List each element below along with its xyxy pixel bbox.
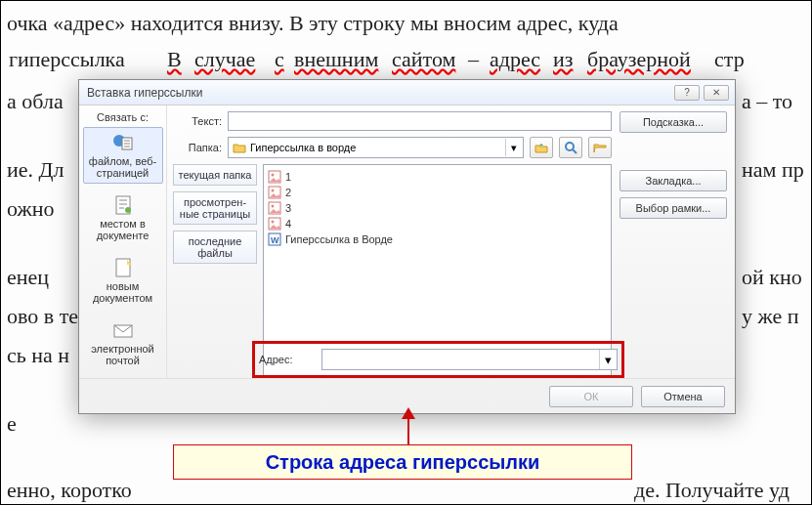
address-label: Адрес:	[259, 354, 314, 365]
target-frame-button[interactable]: Выбор рамки...	[620, 197, 727, 219]
bg-line: ожно	[7, 196, 54, 222]
list-item[interactable]: 2	[268, 185, 607, 200]
bg-line: внешним	[294, 47, 378, 72]
screentip-button[interactable]: Подсказка...	[620, 111, 727, 133]
svg-text:W: W	[271, 235, 279, 245]
link-with-label: Связать с:	[97, 111, 149, 123]
new-doc-icon	[111, 257, 135, 278]
bg-line: сайтом	[392, 47, 455, 72]
chevron-down-icon: ▾	[599, 350, 617, 369]
list-item[interactable]: 4	[268, 216, 607, 231]
bg-line: у же п	[742, 304, 798, 329]
link-to-new-doc[interactable]: новым документом	[83, 252, 163, 309]
address-input[interactable]	[322, 350, 599, 369]
bg-line: е	[7, 411, 17, 437]
svg-point-3	[125, 207, 131, 213]
bg-line: гиперссылка	[9, 47, 125, 72]
folder-dropdown[interactable]: Гиперссылка в ворде ▾	[228, 137, 524, 158]
bg-line: енец	[7, 265, 49, 290]
bg-line: браузерной	[587, 47, 691, 72]
dialog-title: Вставка гиперссылки	[87, 86, 202, 100]
svg-point-14	[272, 221, 275, 224]
bg-line: ие. Дл	[7, 157, 64, 183]
folder-up-icon	[534, 141, 548, 154]
bg-line: ово в те	[7, 304, 78, 329]
item-label: 4	[285, 218, 291, 230]
svg-point-6	[566, 143, 574, 150]
globe-page-icon	[111, 132, 135, 153]
link-to-email[interactable]: электронной почтой	[83, 315, 163, 371]
bookmark-button[interactable]: Закладка...	[620, 170, 727, 191]
tab-recent-files[interactable]: последние файлы	[173, 231, 257, 264]
item-label: Гиперссылка в Ворде	[285, 233, 393, 245]
bg-line: стр	[714, 47, 745, 72]
bg-line: енно, коротко	[7, 478, 132, 503]
item-label: 1	[285, 171, 291, 183]
bg-line: очка «адрес» находится внизу. В эту стро…	[7, 11, 619, 36]
link-to-email-label: электронной почтой	[84, 343, 162, 366]
help-button[interactable]: ?	[674, 85, 700, 101]
list-item[interactable]: 3	[268, 200, 607, 216]
bg-line: а – то	[742, 89, 792, 114]
browse-file-button[interactable]	[588, 137, 612, 158]
list-item[interactable]: 1	[268, 169, 607, 185]
link-to-file-web[interactable]: файлом, веб-страницей	[83, 127, 163, 184]
display-text-input[interactable]	[228, 111, 612, 131]
email-icon	[111, 319, 135, 341]
svg-point-8	[272, 174, 275, 177]
text-label: Текст:	[173, 115, 222, 127]
search-icon	[564, 141, 577, 154]
address-combobox[interactable]: ▾	[321, 349, 618, 370]
folder-value: Гиперссылка в ворде	[250, 142, 356, 153]
image-file-icon	[268, 170, 281, 184]
callout-label: Строка адреса гиперссылки	[173, 444, 632, 480]
ok-button[interactable]: ОК	[549, 386, 633, 407]
chevron-down-icon: ▾	[505, 139, 521, 156]
link-to-place-label: местом в документе	[84, 218, 162, 241]
tab-viewed-pages[interactable]: просмотрен-ные страницы	[173, 191, 257, 225]
folder-icon	[233, 141, 246, 154]
bg-line: ой кно	[742, 265, 802, 290]
bg-line: а обла	[7, 89, 64, 114]
word-file-icon: W	[268, 232, 281, 246]
arrow-stem	[407, 409, 409, 448]
cancel-button[interactable]: Отмена	[641, 386, 725, 407]
insert-hyperlink-dialog: Вставка гиперссылки ? ✕ Связать с: файло…	[78, 79, 736, 414]
bg-line: случае	[194, 47, 255, 72]
image-file-icon	[268, 217, 281, 231]
bookmark-doc-icon	[111, 194, 135, 216]
file-list[interactable]: 1 2 3 4 W Гип	[263, 164, 612, 378]
close-button[interactable]: ✕	[704, 85, 729, 101]
svg-point-12	[272, 205, 275, 208]
link-to-place-in-doc[interactable]: местом в документе	[83, 189, 163, 246]
list-item[interactable]: W Гиперссылка в Ворде	[268, 231, 607, 247]
bg-line: В	[167, 47, 182, 72]
browse-web-button[interactable]	[559, 137, 582, 158]
bg-line: –	[468, 47, 479, 72]
bg-line: из	[553, 47, 573, 72]
bg-line: нам пр	[742, 157, 804, 183]
up-one-level-button[interactable]	[530, 137, 553, 158]
item-label: 2	[285, 187, 291, 198]
titlebar: Вставка гиперссылки ? ✕	[79, 80, 735, 105]
bg-line: адрес	[490, 47, 540, 72]
folder-label: Папка:	[173, 142, 222, 153]
tab-current-folder[interactable]: текущая папка	[173, 164, 257, 186]
item-label: 3	[285, 202, 291, 214]
link-to-file-web-label: файлом, веб-страницей	[84, 155, 162, 179]
svg-point-10	[272, 189, 275, 192]
image-file-icon	[268, 201, 281, 215]
link-to-new-doc-label: новым документом	[84, 280, 162, 304]
bg-line: де. Получайте уд	[634, 478, 790, 503]
bg-line: сь на н	[7, 343, 69, 368]
image-file-icon	[268, 186, 281, 199]
folder-open-icon	[593, 141, 607, 154]
bg-line: с	[275, 47, 284, 72]
